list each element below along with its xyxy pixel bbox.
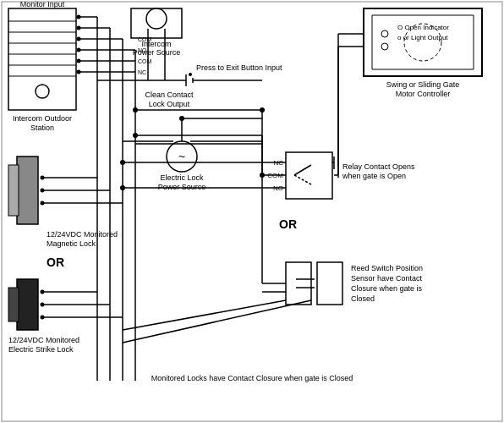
svg-text:Motor Controller: Motor Controller bbox=[396, 90, 451, 98]
svg-text:NO: NO bbox=[138, 47, 147, 53]
svg-text:Monitor Input: Monitor Input bbox=[20, 0, 65, 8]
svg-text:Electric Lock: Electric Lock bbox=[160, 173, 204, 182]
svg-point-42 bbox=[189, 73, 192, 76]
svg-text:Sensor have Contact: Sensor have Contact bbox=[351, 274, 423, 283]
svg-point-128 bbox=[120, 185, 125, 190]
svg-rect-52 bbox=[8, 165, 19, 216]
svg-point-116 bbox=[133, 133, 138, 138]
svg-text:COM: COM bbox=[138, 58, 152, 64]
svg-text:Monitored Locks have Contact C: Monitored Locks have Contact Closure whe… bbox=[151, 374, 353, 382]
svg-rect-51 bbox=[17, 157, 38, 224]
svg-text:Swing or Sliding Gate: Swing or Sliding Gate bbox=[386, 80, 460, 89]
svg-point-76 bbox=[381, 43, 388, 50]
svg-point-118 bbox=[260, 173, 265, 178]
svg-point-115 bbox=[133, 107, 138, 113]
svg-text:12/24VDC Monitored: 12/24VDC Monitored bbox=[47, 230, 118, 239]
svg-text:when gate is Open: when gate is Open bbox=[342, 172, 406, 180]
svg-rect-63 bbox=[8, 288, 19, 321]
svg-text:OR: OR bbox=[279, 217, 297, 231]
svg-text:NC: NC bbox=[138, 69, 146, 75]
svg-text:Power Source: Power Source bbox=[158, 183, 206, 191]
svg-text:Electric Strike Lock: Electric Strike Lock bbox=[8, 345, 74, 354]
svg-text:O Open Indicator: O Open Indicator bbox=[397, 24, 449, 31]
svg-text:Closure when gate is: Closure when gate is bbox=[351, 284, 423, 293]
svg-text:OR: OR bbox=[47, 255, 64, 269]
svg-text:COM: COM bbox=[138, 36, 152, 42]
svg-rect-99 bbox=[286, 262, 311, 305]
svg-point-127 bbox=[120, 160, 125, 165]
wiring-diagram: Monitor Input Intercom Outdoor Station ~… bbox=[0, 0, 504, 423]
svg-text:Relay Contact Opens: Relay Contact Opens bbox=[342, 162, 415, 171]
svg-point-121 bbox=[179, 116, 184, 121]
svg-text:Reed Switch Position: Reed Switch Position bbox=[351, 264, 423, 272]
svg-text:o or Light Output: o or Light Output bbox=[397, 34, 448, 41]
svg-text:12/24VDC Monitored: 12/24VDC Monitored bbox=[8, 336, 79, 344]
svg-point-75 bbox=[381, 30, 388, 37]
svg-rect-62 bbox=[17, 279, 38, 330]
svg-point-117 bbox=[260, 107, 265, 113]
svg-text:Intercom Outdoor: Intercom Outdoor bbox=[13, 114, 72, 123]
svg-text:Closed: Closed bbox=[351, 294, 375, 303]
svg-text:Station: Station bbox=[30, 124, 54, 132]
svg-text:Magnetic Lock: Magnetic Lock bbox=[47, 239, 96, 248]
svg-rect-93 bbox=[286, 152, 332, 199]
svg-point-8 bbox=[36, 85, 49, 98]
svg-text:~: ~ bbox=[178, 150, 185, 163]
svg-rect-100 bbox=[317, 262, 342, 305]
svg-text:Clean Contact: Clean Contact bbox=[145, 91, 194, 99]
svg-text:Lock Output: Lock Output bbox=[149, 100, 190, 108]
svg-text:Press to Exit Button Input: Press to Exit Button Input bbox=[196, 63, 282, 72]
svg-point-20 bbox=[146, 8, 167, 29]
